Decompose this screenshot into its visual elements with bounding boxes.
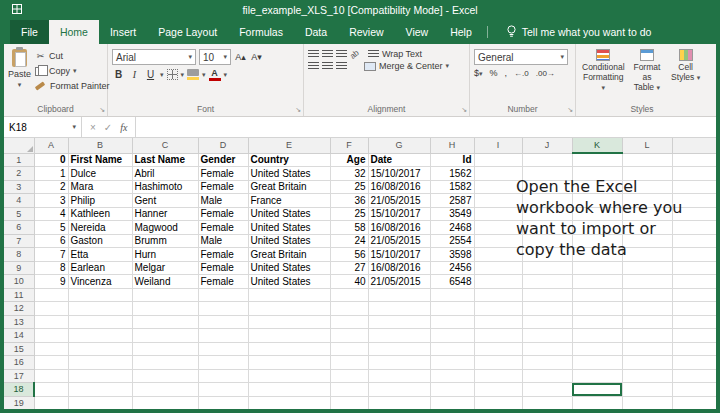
row-header-12[interactable]: 12 [4,302,34,316]
column-header-K[interactable]: K [572,138,622,153]
currency-format-button[interactable]: $▾ [474,68,483,78]
cell-G7[interactable]: 21/05/2015 [368,234,430,248]
cell-G1[interactable]: Date [368,153,430,167]
wrap-text-button[interactable]: Wrap Text [368,49,422,59]
cell-H19[interactable] [430,396,474,409]
cell-K14[interactable] [572,329,622,343]
bold-button[interactable]: B [112,67,125,82]
cell-B2[interactable]: Dulce [68,167,132,181]
cell-G17[interactable] [368,369,430,383]
align-bottom-button[interactable] [336,50,347,58]
cell-C8[interactable]: Hurn [132,248,198,262]
cell-filler-10[interactable] [672,275,716,289]
cell-L14[interactable] [622,329,672,343]
cell-H16[interactable] [430,356,474,370]
decrease-font-size-button[interactable]: A▾ [250,50,263,65]
column-header-J[interactable]: J [522,138,572,153]
cell-F3[interactable]: 25 [330,180,368,194]
cell-L19[interactable] [622,396,672,409]
cell-A10[interactable]: 9 [34,275,68,289]
cell-H7[interactable]: 2554 [430,234,474,248]
cell-B6[interactable]: Nereida [68,221,132,235]
tab-data[interactable]: Data [294,20,338,44]
cell-K13[interactable] [572,315,622,329]
cell-A9[interactable]: 8 [34,261,68,275]
column-header-I[interactable]: I [474,138,522,153]
cell-D1[interactable]: Gender [198,153,248,167]
cell-G2[interactable]: 15/10/2017 [368,167,430,181]
cell-D5[interactable]: Female [198,207,248,221]
cell-H14[interactable] [430,329,474,343]
cell-L15[interactable] [622,342,672,356]
cell-filler-18[interactable] [672,383,716,397]
cell-H3[interactable]: 1582 [430,180,474,194]
cell-B5[interactable]: Kathleen [68,207,132,221]
cell-B9[interactable]: Earlean [68,261,132,275]
row-header-3[interactable]: 3 [4,180,34,194]
number-format-select[interactable]: General ▾ [474,49,568,65]
cell-F14[interactable] [330,329,368,343]
align-middle-button[interactable] [322,50,333,58]
cell-filler-14[interactable] [672,329,716,343]
cell-I5[interactable] [474,207,522,221]
cell-F11[interactable] [330,288,368,302]
cell-E1[interactable]: Country [248,153,330,167]
cell-C10[interactable]: Weiland [132,275,198,289]
font-size-select[interactable]: 10 ▾ [199,49,231,65]
cell-I12[interactable] [474,302,522,316]
cell-I13[interactable] [474,315,522,329]
cell-J13[interactable] [522,315,572,329]
cell-G12[interactable] [368,302,430,316]
cell-G16[interactable] [368,356,430,370]
alignment-dialog-launcher[interactable]: ↘ [461,106,467,114]
number-dialog-launcher[interactable]: ↘ [567,106,573,114]
cell-C14[interactable] [132,329,198,343]
cell-H4[interactable]: 2587 [430,194,474,208]
cell-K17[interactable] [572,369,622,383]
font-dialog-launcher[interactable]: ↘ [295,106,301,114]
borders-button[interactable] [167,69,178,80]
cell-I6[interactable] [474,221,522,235]
cell-C11[interactable] [132,288,198,302]
decrease-decimal-button[interactable]: .00→ [536,69,555,78]
comma-format-button[interactable]: , [505,68,508,78]
percent-format-button[interactable]: % [490,68,498,78]
cell-K11[interactable] [572,288,622,302]
tab-home[interactable]: Home [49,20,99,44]
cell-D7[interactable]: Male [198,234,248,248]
paste-button[interactable]: Paste ▾ [8,47,31,93]
cell-D15[interactable] [198,342,248,356]
cell-F4[interactable]: 36 [330,194,368,208]
cell-C16[interactable] [132,356,198,370]
cell-F6[interactable]: 58 [330,221,368,235]
cell-C17[interactable] [132,369,198,383]
cell-L10[interactable] [622,275,672,289]
column-header-F[interactable]: F [330,138,368,153]
cell-E10[interactable]: United States [248,275,330,289]
cell-F10[interactable]: 40 [330,275,368,289]
tab-insert[interactable]: Insert [99,20,147,44]
cell-B19[interactable] [68,396,132,409]
cell-A14[interactable] [34,329,68,343]
row-header-11[interactable]: 11 [4,288,34,302]
font-color-button[interactable]: A [209,69,221,81]
cell-J16[interactable] [522,356,572,370]
cell-G14[interactable] [368,329,430,343]
name-box[interactable]: K18 ▾ [4,117,82,137]
cell-L13[interactable] [622,315,672,329]
cell-E19[interactable] [248,396,330,409]
row-header-14[interactable]: 14 [4,329,34,343]
cell-filler-13[interactable] [672,315,716,329]
cell-F1[interactable]: Age [330,153,368,167]
cell-C7[interactable]: Brumm [132,234,198,248]
cell-E17[interactable] [248,369,330,383]
column-header-G[interactable]: G [368,138,430,153]
cell-B11[interactable] [68,288,132,302]
formula-input[interactable] [136,117,716,137]
tell-me-search[interactable]: Tell me what you want to do [506,20,652,44]
cell-E4[interactable]: France [248,194,330,208]
cell-D9[interactable]: Female [198,261,248,275]
cell-H13[interactable] [430,315,474,329]
cell-E8[interactable]: Great Britain [248,248,330,262]
cell-B3[interactable]: Mara [68,180,132,194]
